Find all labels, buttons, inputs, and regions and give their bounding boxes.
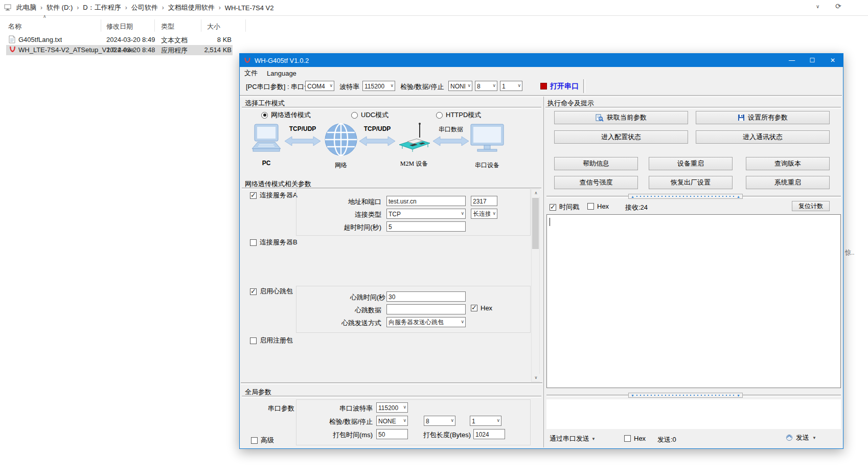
left-panel-scrollbar[interactable]: ∧ ∨ bbox=[531, 189, 540, 382]
receive-textarea[interactable] bbox=[546, 214, 841, 388]
factory-reset-button[interactable]: 恢复出厂设置 bbox=[649, 176, 733, 189]
timestamp-checkbox[interactable]: 时间戳 bbox=[550, 202, 579, 212]
splitter-handle[interactable]: ▲ ▲ bbox=[628, 194, 743, 199]
conn-type-select[interactable]: TCP∨ bbox=[386, 209, 466, 219]
splitter-down-icon[interactable]: ▼ bbox=[737, 394, 740, 397]
splitter-dots bbox=[636, 395, 735, 396]
scroll-down-icon[interactable]: ∨ bbox=[532, 374, 540, 381]
text-caret bbox=[550, 218, 550, 226]
checkbox-icon[interactable] bbox=[251, 437, 258, 444]
menu-language[interactable]: Language bbox=[262, 70, 301, 77]
com-port-select[interactable]: COM4∨ bbox=[305, 81, 334, 91]
column-divider[interactable] bbox=[154, 19, 155, 32]
server-a-port-input[interactable]: 2317 bbox=[471, 196, 497, 206]
splitter-up-icon[interactable]: ▲ bbox=[737, 195, 740, 198]
checkbox-icon[interactable] bbox=[624, 435, 631, 442]
recv-hex-checkbox[interactable]: Hex bbox=[587, 202, 609, 210]
breadcrumb-company-folder[interactable]: 公司软件 bbox=[128, 3, 161, 12]
maximize-button[interactable]: ☐ bbox=[802, 54, 823, 67]
minimize-button[interactable]: — bbox=[782, 54, 802, 67]
scroll-up-icon[interactable]: ∧ bbox=[532, 189, 540, 197]
scrollbar-thumb[interactable] bbox=[532, 198, 539, 249]
enter-comm-state-button[interactable]: 进入通讯状态 bbox=[696, 130, 830, 144]
column-divider[interactable] bbox=[101, 19, 101, 32]
column-header-type[interactable]: 类型 bbox=[161, 22, 174, 31]
radio-icon[interactable] bbox=[436, 112, 443, 119]
send-textarea[interactable] bbox=[546, 399, 841, 429]
global-baud-select[interactable]: 115200∨ bbox=[376, 402, 408, 413]
signal-strength-button[interactable]: 查信号强度 bbox=[554, 176, 638, 189]
checkbox-icon[interactable] bbox=[250, 337, 257, 344]
file-name[interactable]: G405tfLang.txt bbox=[18, 36, 62, 43]
server-a-checkbox[interactable]: 连接服务器A bbox=[250, 191, 298, 200]
heartbeat-time-input[interactable]: 30 bbox=[386, 291, 466, 302]
global-stopbits-select[interactable]: 1∨ bbox=[470, 416, 501, 426]
radio-udc-mode[interactable]: UDC模式 bbox=[351, 110, 389, 120]
splitter-down-icon[interactable]: ▼ bbox=[631, 394, 634, 397]
column-divider[interactable] bbox=[245, 19, 246, 32]
refresh-icon[interactable]: ⟳ bbox=[835, 2, 841, 10]
breadcrumb-drive-d[interactable]: 软件 (D:) bbox=[43, 3, 76, 12]
checkbox-icon[interactable] bbox=[550, 204, 556, 211]
register-checkbox[interactable]: 启用注册包 bbox=[250, 336, 293, 345]
reset-count-button[interactable]: 复位计数 bbox=[792, 201, 830, 211]
menu-file[interactable]: 文件 bbox=[240, 69, 262, 78]
advanced-checkbox[interactable]: 高级 bbox=[251, 436, 274, 445]
radio-icon[interactable] bbox=[351, 112, 358, 119]
close-button[interactable]: ✕ bbox=[823, 54, 843, 67]
left-panel-separator[interactable] bbox=[241, 382, 542, 384]
send-via-serial-dropdown[interactable]: 通过串口发送 ▼ bbox=[550, 434, 596, 443]
pack-time-input[interactable]: 50 bbox=[376, 429, 408, 439]
checkbox-icon[interactable] bbox=[250, 288, 257, 295]
pack-len-input[interactable]: 1024 bbox=[473, 429, 505, 439]
heartbeat-mode-select[interactable]: 向服务器发送心跳包∨ bbox=[386, 317, 466, 327]
timeout-input[interactable]: 5 bbox=[386, 221, 466, 232]
checkbox-label: 启用注册包 bbox=[260, 336, 293, 345]
conn-mode-select[interactable]: 长连接∨ bbox=[471, 209, 497, 219]
get-params-button[interactable]: 获取当前参数 bbox=[554, 111, 688, 124]
global-databits-select[interactable]: 8∨ bbox=[424, 416, 455, 426]
enter-config-state-button[interactable]: 进入配置状态 bbox=[554, 130, 688, 144]
column-header-size[interactable]: 大小 bbox=[207, 22, 220, 31]
radio-httpd-mode[interactable]: HTTPD模式 bbox=[436, 110, 481, 120]
device-restart-button[interactable]: 设备重启 bbox=[649, 157, 733, 170]
breadcrumb-docs-folder[interactable]: 文档组使用软件 bbox=[165, 3, 218, 12]
databits-select[interactable]: 8∨ bbox=[475, 81, 497, 91]
checkbox-icon[interactable] bbox=[250, 239, 257, 246]
server-a-address-input[interactable]: test.usr.cn bbox=[386, 196, 466, 206]
checkbox-icon[interactable] bbox=[587, 203, 594, 210]
column-header-date[interactable]: 修改日期 bbox=[106, 22, 133, 31]
pack-len-label: 打包长度(Bytes) bbox=[414, 431, 471, 440]
set-all-params-button[interactable]: 设置所有参数 bbox=[696, 111, 830, 124]
heartbeat-checkbox[interactable]: 启用心跳包 bbox=[250, 287, 293, 296]
heartbeat-data-label: 心跳数据 bbox=[325, 306, 381, 315]
breadcrumb-work-folder[interactable]: D：工作程序 bbox=[80, 3, 124, 12]
column-header-name[interactable]: 名称 bbox=[8, 22, 21, 31]
heartbeat-data-input[interactable] bbox=[386, 304, 466, 314]
breadcrumb-this-pc[interactable]: 此电脑 bbox=[13, 3, 39, 12]
server-b-checkbox[interactable]: 连接服务器B bbox=[250, 238, 298, 247]
addr-port-label: 地址和端口 bbox=[325, 197, 381, 207]
stopbits-select[interactable]: 1∨ bbox=[500, 81, 522, 91]
radio-icon[interactable] bbox=[261, 112, 268, 119]
title-bar[interactable]: WH-G405tf V1.0.2 — ☐ ✕ bbox=[240, 54, 843, 67]
breadcrumb-separator: › bbox=[161, 4, 165, 11]
breadcrumb-current-folder[interactable]: WH-LTE-7S4 V2 bbox=[222, 4, 277, 12]
send-button[interactable]: 发送 ▼ bbox=[786, 433, 816, 442]
column-divider[interactable] bbox=[201, 19, 201, 32]
send-hex-checkbox[interactable]: Hex bbox=[624, 435, 646, 442]
system-restart-button[interactable]: 系统重启 bbox=[746, 176, 830, 189]
open-serial-button[interactable]: 打开串口 bbox=[540, 79, 579, 93]
query-version-button[interactable]: 查询版本 bbox=[746, 157, 830, 170]
radio-transparent-mode[interactable]: 网络透传模式 bbox=[261, 110, 311, 120]
global-parity-select[interactable]: NONE∨ bbox=[376, 416, 408, 426]
heartbeat-hex-checkbox[interactable]: Hex bbox=[471, 304, 492, 312]
baud-select[interactable]: 115200∨ bbox=[362, 81, 395, 91]
help-info-button[interactable]: 帮助信息 bbox=[554, 157, 638, 170]
parity-select[interactable]: NONE∨ bbox=[448, 81, 472, 91]
splitter-handle[interactable]: ▼ ▼ bbox=[628, 393, 743, 398]
checkbox-icon[interactable] bbox=[471, 305, 477, 311]
checkbox-icon[interactable] bbox=[250, 192, 257, 199]
address-dropdown-icon[interactable]: ∨ bbox=[816, 4, 819, 9]
splitter-up-icon[interactable]: ▲ bbox=[631, 195, 634, 198]
